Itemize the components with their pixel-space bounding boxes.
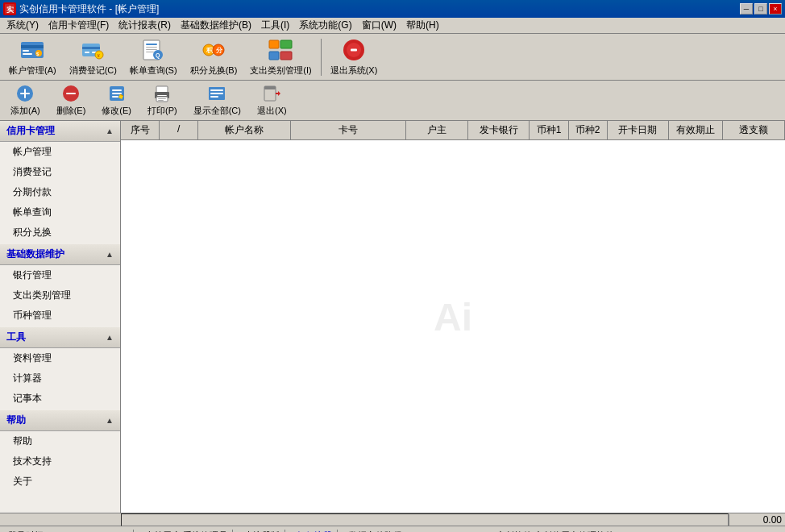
svg-rect-38 (66, 93, 76, 94)
sidebar-item-consume[interactable]: 消费登记 (0, 162, 120, 182)
svg-rect-40 (112, 89, 122, 91)
table-area[interactable]: 序号 / 帐户名称 卡号 户主 发卡银行 币种1 币种2 开卡日期 有效期止 透… (121, 121, 785, 513)
sidebar-item-support[interactable]: 技术支持 (0, 451, 120, 472)
sidebar-item-data[interactable]: 资料管理 (0, 348, 120, 368)
tb2-exit-label: 退出(X) (257, 105, 287, 117)
th-owner: 户主 (406, 121, 468, 139)
th-name: 帐户名称 (198, 121, 291, 139)
tb2-add-button[interactable]: 添加(A) (3, 83, 48, 118)
close-button[interactable]: × (769, 3, 782, 15)
edit-icon (107, 84, 127, 103)
svg-rect-54 (210, 93, 223, 94)
sidebar-item-bank[interactable]: 银行管理 (0, 265, 120, 285)
collapse-tools-icon: ▲ (106, 333, 114, 342)
print-icon (152, 84, 172, 103)
th-opendate: 开卡日期 (608, 121, 670, 139)
th-seq: 序号 (121, 121, 160, 139)
tb1-bill-button[interactable]: Q 帐单查询(S) (124, 36, 183, 78)
svg-rect-45 (156, 86, 168, 93)
horizontal-scrollbar[interactable]: 0.00 (0, 513, 785, 526)
svg-rect-53 (210, 89, 223, 91)
collapse-card-icon: ▲ (106, 127, 114, 135)
sidebar-item-currency[interactable]: 币种管理 (0, 305, 120, 326)
scrollbar-track[interactable] (121, 513, 729, 526)
tb2-showall-button[interactable]: 显示全部(C) (186, 83, 248, 118)
sidebar-item-help[interactable]: 帮助 (0, 431, 120, 451)
tb1-category-button[interactable]: 支出类别管理(I) (244, 36, 317, 78)
tb2-showall-label: 显示全部(C) (193, 105, 241, 117)
tb2-edit-button[interactable]: 修改(E) (94, 83, 139, 118)
menu-window[interactable]: 窗口(W) (357, 17, 401, 34)
svg-rect-9 (82, 47, 100, 49)
points-icon: 积 分 (201, 37, 226, 63)
tb2-print-button[interactable]: 打印(P) (140, 83, 185, 118)
svg-text:实: 实 (6, 5, 15, 14)
svg-rect-33 (351, 49, 357, 52)
toolbar1-separator (321, 39, 322, 76)
account-icon: $ (19, 37, 45, 63)
sidebar-section-help: 帮助 ▲ 帮助 技术支持 关于 (0, 410, 120, 492)
svg-rect-16 (146, 47, 157, 48)
restore-button[interactable]: □ (754, 3, 767, 15)
sidebar-section-card: 信用卡管理 ▲ 帐户管理 消费登记 分期付款 帐单查询 积分兑换 (0, 121, 120, 243)
menu-report[interactable]: 统计报表(R) (114, 17, 176, 34)
menu-data[interactable]: 基础数据维护(B) (176, 17, 256, 34)
svg-rect-25 (269, 40, 279, 48)
th-expiry: 有效期止 (669, 121, 723, 139)
svg-rect-5 (23, 53, 32, 55)
menu-system[interactable]: 系统(Y) (2, 17, 44, 34)
sidebar-section-tools-title: 工具 (6, 330, 26, 344)
tb2-exit-button[interactable]: 退出(X) (250, 83, 294, 118)
sidebar-section-base: 基础数据维护 ▲ 银行管理 支出类别管理 币种管理 (0, 244, 120, 326)
sidebar-item-installment[interactable]: 分期付款 (0, 182, 120, 202)
sidebar-item-points[interactable]: 积分兑换 (0, 222, 120, 243)
tb1-exit-label: 退出系统(X) (330, 64, 378, 77)
collapse-base-icon: ▲ (106, 250, 114, 259)
statusbar: 登录时间:2020-11-19 21:09:23 当前用户:系统管理员 未注册版… (0, 526, 785, 532)
svg-rect-26 (280, 40, 292, 48)
tb2-delete-button[interactable]: 删除(E) (49, 83, 93, 118)
sidebar-item-bill[interactable]: 帐单查询 (0, 202, 120, 222)
svg-rect-27 (269, 52, 279, 60)
menu-tools[interactable]: 工具(I) (256, 17, 294, 34)
svg-rect-51 (158, 100, 164, 101)
svg-rect-42 (112, 96, 118, 98)
svg-rect-50 (158, 98, 166, 99)
sidebar-header-tools[interactable]: 工具 ▲ (0, 327, 120, 348)
svg-rect-47 (157, 95, 167, 96)
svg-rect-18 (146, 52, 154, 52)
sidebar-item-category[interactable]: 支出类别管理 (0, 285, 120, 305)
sidebar-header-help[interactable]: 帮助 ▲ (0, 410, 120, 431)
sidebar-item-calc[interactable]: 计算器 (0, 368, 120, 389)
th-credit: 透支额 (723, 121, 785, 139)
sidebar-header-base[interactable]: 基础数据维护 ▲ (0, 244, 120, 265)
svg-rect-55 (210, 96, 218, 98)
tb2-print-label: 打印(P) (147, 105, 177, 117)
tb1-exit-button[interactable]: 退出系统(X) (325, 36, 384, 78)
sidebar-header-card[interactable]: 信用卡管理 ▲ (0, 121, 120, 142)
window-title: 实创信用卡管理软件 - [帐户管理] (19, 2, 740, 16)
svg-text:积: 积 (206, 47, 214, 54)
bill-icon: Q (140, 37, 166, 63)
tb1-account-button[interactable]: $ 帐户管理(A) (3, 36, 62, 78)
sidebar-section-card-title: 信用卡管理 (6, 124, 55, 138)
sidebar-item-notes[interactable]: 记事本 (0, 389, 120, 409)
tb1-points-button[interactable]: 积 分 积分兑换(B) (185, 36, 243, 78)
sidebar-item-account[interactable]: 帐户管理 (0, 142, 120, 162)
showall-icon (207, 84, 226, 103)
watermark: Ai (434, 295, 472, 339)
minimize-button[interactable]: ─ (740, 3, 753, 15)
tb1-bill-label: 帐单查询(S) (130, 64, 177, 77)
svg-rect-4 (23, 50, 29, 52)
menubar: 系统(Y) 信用卡管理(F) 统计报表(R) 基础数据维护(B) 工具(I) 系… (0, 18, 785, 34)
svg-text:Q: Q (156, 52, 160, 59)
th-bank: 发卡银行 (468, 121, 530, 139)
sidebar-item-about[interactable]: 关于 (0, 472, 120, 492)
category-icon (268, 37, 293, 63)
app-icon: 实 (3, 2, 16, 15)
collapse-help-icon: ▲ (106, 416, 114, 425)
tb1-consume-button[interactable]: ¥ 消费登记(C) (64, 36, 123, 78)
menu-help[interactable]: 帮助(H) (401, 17, 444, 34)
menu-card[interactable]: 信用卡管理(F) (44, 17, 114, 34)
menu-func[interactable]: 系统功能(G) (294, 17, 356, 34)
